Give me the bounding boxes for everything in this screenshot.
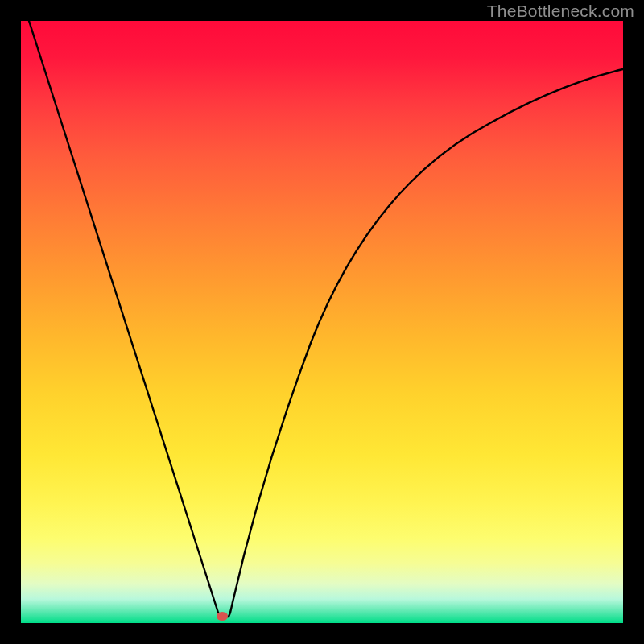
- plot-area: [21, 21, 623, 623]
- bottleneck-curve: [21, 21, 623, 623]
- chart-frame: TheBottleneck.com: [0, 0, 644, 644]
- watermark-text: TheBottleneck.com: [487, 2, 634, 21]
- optimal-point-marker: [217, 612, 228, 621]
